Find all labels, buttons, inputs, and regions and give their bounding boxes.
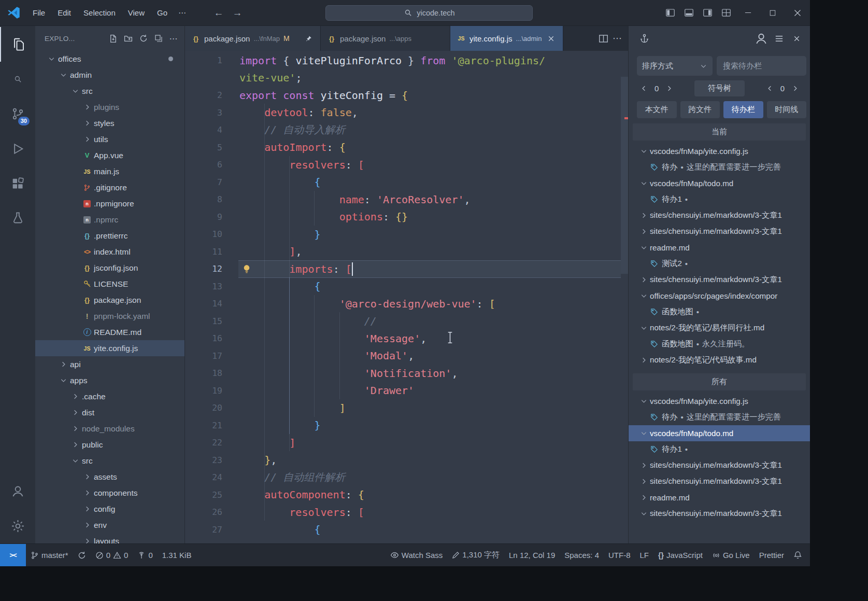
collapse-all-icon[interactable] <box>151 32 165 45</box>
tree-item[interactable]: <>index.html <box>35 244 184 260</box>
status-item[interactable]: Watch Sass <box>386 544 447 566</box>
tree-item[interactable]: components <box>35 485 184 501</box>
tree-item[interactable]: api <box>35 356 184 372</box>
todo-file-item[interactable]: sites/chensuiyi.me/markdown/3-文章1 <box>629 272 810 288</box>
close-panel-icon[interactable] <box>789 31 804 46</box>
status-item[interactable]: Go Live <box>707 544 755 566</box>
activity-run-debug-icon[interactable] <box>0 131 35 166</box>
todo-search-input[interactable]: 搜索待办栏 <box>717 56 806 76</box>
todo-file-item[interactable]: sites/chensuiyi.me/markdown/3-文章1 <box>629 457 810 473</box>
remote-indicator[interactable]: >< <box>0 544 26 566</box>
prev-icon[interactable] <box>766 85 774 92</box>
tree-item[interactable]: {}package.json <box>35 292 184 308</box>
menu-item-file[interactable]: File <box>27 6 51 20</box>
status-item[interactable]: Prettier <box>755 544 789 566</box>
todo-file-item[interactable]: vscodes/fnMap/todo.md <box>629 425 810 441</box>
tree-item[interactable]: assets <box>35 469 184 485</box>
next-icon[interactable] <box>791 85 799 92</box>
menu-icon[interactable] <box>772 31 786 46</box>
todo-file-item[interactable]: offices/apps/src/pages/index/compor <box>629 288 810 304</box>
status-item[interactable]: 0 <box>133 544 157 566</box>
tree-item[interactable]: {}.prettierrc <box>35 228 184 244</box>
tree-item[interactable]: .gitignore <box>35 179 184 195</box>
tree-item[interactable]: node_modules <box>35 421 184 437</box>
menu-more-button[interactable]: ⋯ <box>173 6 191 20</box>
todo-file-item[interactable]: sites/chensuiyi.me/markdown/3-文章1 <box>629 207 810 223</box>
code-line[interactable]: 16 'Message', <box>185 330 628 347</box>
code-line[interactable]: 3 devtool: false, <box>185 104 628 122</box>
maximize-button[interactable] <box>760 0 785 26</box>
code-line[interactable]: 24 // 自动组件解析 <box>185 469 628 486</box>
todo-item[interactable]: 待办•这里的配置需要进一步完善 <box>629 409 810 425</box>
code-line[interactable]: 1import { vitePluginForArco } from '@arc… <box>185 52 628 69</box>
todo-file-item[interactable]: notes/2-我的笔记/易伴同行社.md <box>629 320 810 336</box>
tree-item[interactable]: JSyite.config.js <box>35 340 184 356</box>
todo-file-item[interactable]: sites/chensuiyi.me/markdown/3-文章1 <box>629 473 810 490</box>
todo-file-item[interactable]: vscodes/fnMap/yite.config.js <box>629 143 810 159</box>
todo-tab-待办栏[interactable]: 待办栏 <box>723 101 763 118</box>
tree-item[interactable]: VApp.vue <box>35 147 184 163</box>
code-line[interactable]: 2export const yiteConfig = { <box>185 87 628 104</box>
activity-settings-icon[interactable] <box>0 509 35 543</box>
code-line[interactable]: 27 { <box>185 521 628 539</box>
tree-item[interactable]: config <box>35 501 184 517</box>
menu-item-go[interactable]: Go <box>151 6 173 20</box>
close-tab-icon[interactable] <box>545 33 557 44</box>
code-line[interactable]: 22 ] <box>185 434 628 452</box>
code-line[interactable]: 19 'Drawer' <box>185 382 628 400</box>
activity-source-control-icon[interactable]: 30 <box>0 96 35 131</box>
history-forward-button[interactable]: → <box>231 7 244 19</box>
tree-item[interactable]: env <box>35 517 184 533</box>
todo-item[interactable]: 测试2• <box>629 256 810 272</box>
todo-tab-时间线[interactable]: 时间线 <box>767 101 807 118</box>
todo-file-item[interactable]: notes/2-我的笔记/代码故事.md <box>629 352 810 368</box>
tree-item[interactable]: src <box>35 453 184 469</box>
activity-search-icon[interactable] <box>0 62 35 96</box>
activity-account-icon[interactable] <box>0 474 35 509</box>
more-actions-icon[interactable]: ⋯ <box>166 32 180 45</box>
toggle-secondary-sidebar-icon[interactable] <box>698 4 717 22</box>
status-item[interactable]: LF <box>635 544 653 566</box>
code-line[interactable]: 21 } <box>185 417 628 435</box>
toggle-panel-icon[interactable] <box>679 4 698 22</box>
tree-item[interactable]: styles <box>35 115 184 131</box>
todo-file-item[interactable]: vscodes/fnMap/todo.md <box>629 175 810 191</box>
tree-item[interactable]: plugins <box>35 99 184 115</box>
tree-item[interactable]: offices <box>35 51 184 67</box>
code-line[interactable]: 9 options: {} <box>185 208 628 226</box>
next-icon[interactable] <box>665 85 673 92</box>
todo-file-item[interactable]: sites/chensuiyi.me/markdown/3-文章1 <box>629 506 810 522</box>
code-line[interactable]: 8 name: 'ArcoResolver', <box>185 191 628 208</box>
todo-file-item[interactable]: readme.md <box>629 240 810 256</box>
tree-item[interactable]: LICENSE <box>35 276 184 292</box>
code-line[interactable]: 14 '@arco-design/web-vue': [ <box>185 295 628 313</box>
tree-item[interactable]: n.npmrc <box>35 212 184 228</box>
new-folder-icon[interactable] <box>121 32 135 45</box>
editor-tab[interactable]: {}package.json...\fnMapM <box>185 26 321 51</box>
todo-file-item[interactable]: vscodes/fnMap/yite.config.js <box>629 393 810 409</box>
code-line[interactable]: 25 autoComponent: { <box>185 486 628 504</box>
tree-item[interactable]: iREADME.md <box>35 324 184 340</box>
code-line[interactable]: 4 // 自动导入解析 <box>185 121 628 139</box>
tree-item[interactable]: utils <box>35 131 184 147</box>
tree-item[interactable]: public <box>35 437 184 453</box>
status-item[interactable]: 1.31 KiB <box>158 544 196 566</box>
tree-item[interactable]: dist <box>35 404 184 421</box>
code-line[interactable]: 17 'Modal', <box>185 347 628 365</box>
status-item[interactable]: {}JavaScript <box>653 544 707 566</box>
activity-testing-icon[interactable] <box>0 201 35 235</box>
code-line[interactable]: 12 imports: [ <box>185 260 628 278</box>
status-item[interactable] <box>789 544 807 566</box>
todo-item[interactable]: 函数地图• <box>629 304 810 320</box>
close-window-button[interactable] <box>785 0 810 26</box>
split-editor-icon[interactable] <box>599 34 608 44</box>
editor-tab[interactable]: {}package.json...\apps <box>321 26 450 51</box>
customize-layout-icon[interactable] <box>717 4 735 22</box>
status-item[interactable]: Ln 12, Col 19 <box>504 544 560 566</box>
code-line[interactable]: 20 ] <box>185 399 628 417</box>
code-line[interactable]: 13 { <box>185 278 628 296</box>
tree-item[interactable]: src <box>35 83 184 99</box>
activity-extensions-icon[interactable] <box>0 166 35 201</box>
minimize-button[interactable] <box>735 0 760 26</box>
todo-tab-跨文件[interactable]: 跨文件 <box>680 101 720 118</box>
